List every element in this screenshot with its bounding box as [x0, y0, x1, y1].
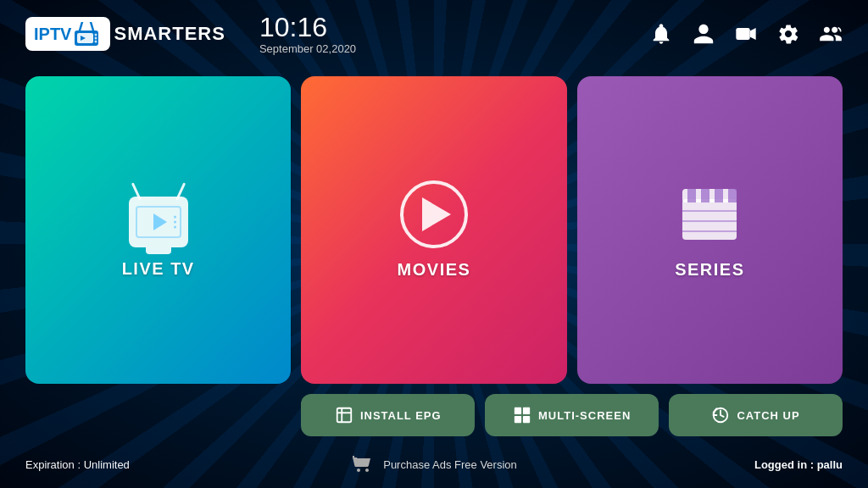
- movies-icon: [400, 180, 468, 248]
- rec-icon[interactable]: REC: [734, 22, 758, 46]
- series-icon: [676, 180, 743, 248]
- svg-text:REC: REC: [738, 32, 747, 36]
- footer: Expiration : Unlimited Purchase Ads Free…: [0, 445, 868, 488]
- bottom-buttons-group: INSTALL EPG MULTI-SCREEN: [301, 394, 843, 445]
- expiry-value: Unlimited: [84, 458, 130, 471]
- header-icons-group: REC: [649, 22, 843, 46]
- purchase-text: Purchase Ads Free Version: [383, 458, 517, 471]
- svg-rect-14: [701, 189, 709, 202]
- svg-rect-11: [682, 199, 737, 240]
- svg-rect-13: [687, 189, 696, 202]
- main-grid: LIVE TV MOVIES: [0, 68, 868, 445]
- svg-rect-23: [515, 408, 521, 414]
- clock-time: 10:16: [259, 14, 327, 41]
- install-epg-label: INSTALL EPG: [360, 409, 442, 422]
- live-tv-label: LIVE TV: [122, 259, 195, 279]
- svg-rect-26: [523, 416, 530, 423]
- logo-tv-icon: [73, 22, 100, 46]
- svg-rect-25: [515, 416, 521, 423]
- login-label: Logged in :: [754, 458, 817, 471]
- multi-user-icon[interactable]: [819, 22, 843, 46]
- expiry-label: Expiration :: [25, 458, 84, 471]
- header-time-block: 10:16 September 02,2020: [259, 14, 356, 55]
- live-tv-card[interactable]: LIVE TV: [25, 76, 291, 384]
- logo-smarters-text: SMARTERS: [114, 23, 225, 45]
- logo-iptv-text: IPTV: [34, 25, 71, 44]
- purchase-section[interactable]: Purchase Ads Free Version: [298, 453, 570, 476]
- svg-point-6: [95, 37, 97, 40]
- multi-screen-button[interactable]: MULTI-SCREEN: [485, 394, 659, 436]
- settings-icon[interactable]: [776, 22, 800, 46]
- install-epg-button[interactable]: INSTALL EPG: [301, 394, 475, 436]
- catch-up-label: CATCH UP: [737, 409, 799, 422]
- svg-point-7: [95, 41, 97, 43]
- multi-screen-label: MULTI-SCREEN: [538, 409, 631, 422]
- header: IPTV SMARTERS 10:16 September 02,2020: [0, 0, 868, 68]
- multi-screen-icon: [513, 406, 531, 424]
- movies-card[interactable]: MOVIES: [301, 76, 566, 384]
- svg-line-1: [91, 22, 93, 30]
- cart-icon: [351, 453, 375, 476]
- svg-point-5: [95, 34, 97, 36]
- logo: IPTV: [25, 17, 110, 51]
- svg-rect-24: [523, 408, 530, 414]
- series-card[interactable]: SERIES: [577, 76, 843, 384]
- svg-rect-16: [728, 189, 737, 202]
- svg-line-0: [80, 22, 82, 30]
- movies-label: MOVIES: [398, 260, 471, 280]
- svg-rect-20: [337, 408, 352, 423]
- epg-icon: [335, 406, 353, 424]
- user-icon[interactable]: [692, 22, 715, 46]
- catch-up-icon: [711, 406, 730, 424]
- login-user: pallu: [817, 458, 843, 471]
- svg-marker-9: [750, 28, 756, 40]
- bell-icon[interactable]: [649, 22, 673, 46]
- svg-rect-15: [715, 189, 723, 202]
- login-info: Logged in : pallu: [570, 458, 843, 471]
- series-label: SERIES: [675, 260, 744, 280]
- live-tv-icon: [120, 181, 197, 247]
- catch-up-button[interactable]: CATCH UP: [669, 394, 843, 436]
- expiry-info: Expiration : Unlimited: [25, 458, 298, 471]
- clock-date: September 02,2020: [259, 42, 356, 55]
